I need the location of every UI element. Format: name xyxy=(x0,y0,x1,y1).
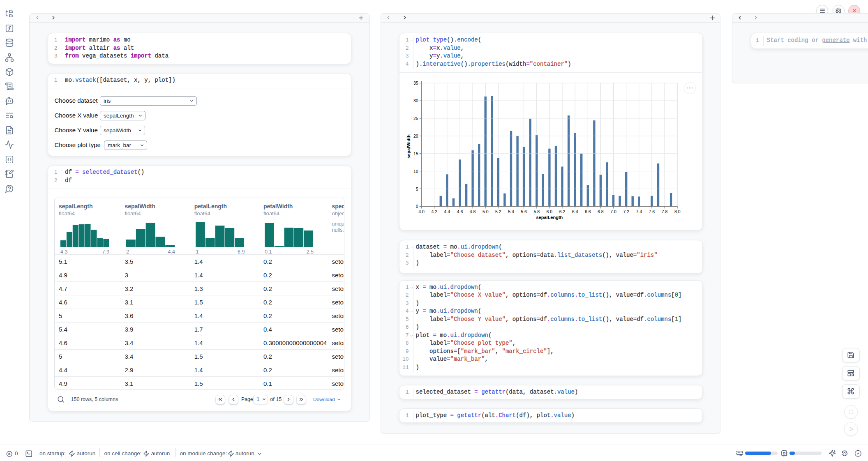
svg-text:5.6: 5.6 xyxy=(521,209,527,214)
svg-text:20: 20 xyxy=(413,134,418,138)
svg-text:6.6: 6.6 xyxy=(585,209,591,214)
svg-text:4.0: 4.0 xyxy=(418,209,425,214)
svg-text:5.4: 5.4 xyxy=(508,209,514,214)
svg-text:25: 25 xyxy=(413,116,418,121)
svg-text:5.2: 5.2 xyxy=(495,209,501,214)
svg-text:8.0: 8.0 xyxy=(674,209,681,214)
svg-text:30: 30 xyxy=(413,98,418,103)
svg-text:4.6: 4.6 xyxy=(457,209,463,214)
svg-text:6.0: 6.0 xyxy=(547,209,553,214)
svg-text:10: 10 xyxy=(413,169,418,174)
svg-text:7.8: 7.8 xyxy=(662,209,668,214)
svg-text:6.2: 6.2 xyxy=(559,209,566,214)
svg-text:7.6: 7.6 xyxy=(649,209,655,214)
svg-text:15: 15 xyxy=(413,151,418,156)
svg-text:5.8: 5.8 xyxy=(533,209,540,214)
svg-text:5: 5 xyxy=(416,187,418,191)
svg-text:0: 0 xyxy=(416,204,418,209)
svg-text:7.0: 7.0 xyxy=(610,209,616,214)
svg-text:35: 35 xyxy=(413,81,418,85)
svg-text:7.2: 7.2 xyxy=(623,209,629,214)
svg-text:sepalLength: sepalLength xyxy=(536,215,563,220)
svg-text:sepalWidth: sepalWidth xyxy=(406,134,411,159)
svg-text:4.4: 4.4 xyxy=(444,209,450,214)
svg-text:4.8: 4.8 xyxy=(470,209,476,214)
svg-text:5.0: 5.0 xyxy=(482,209,489,214)
svg-text:7.4: 7.4 xyxy=(636,209,642,214)
svg-text:6.8: 6.8 xyxy=(598,209,604,214)
svg-text:4.2: 4.2 xyxy=(431,209,437,214)
svg-text:6.4: 6.4 xyxy=(572,209,578,214)
